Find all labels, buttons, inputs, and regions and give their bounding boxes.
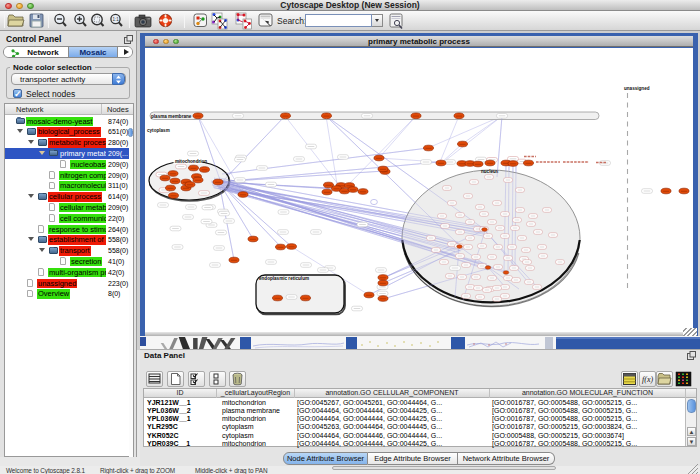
svg-text:mitochondrion: mitochondrion xyxy=(175,159,207,164)
svg-text:1:1: 1:1 xyxy=(112,17,119,22)
svg-text:cytoplasm: cytoplasm xyxy=(147,128,170,133)
svg-text:unassigned: unassigned xyxy=(624,86,650,91)
svg-text:nucleus: nucleus xyxy=(481,169,499,174)
svg-text:plasma membrane: plasma membrane xyxy=(151,114,192,119)
svg-text:f(x): f(x) xyxy=(642,375,653,384)
svg-text:endoplasmic reticulum: endoplasmic reticulum xyxy=(259,276,309,281)
